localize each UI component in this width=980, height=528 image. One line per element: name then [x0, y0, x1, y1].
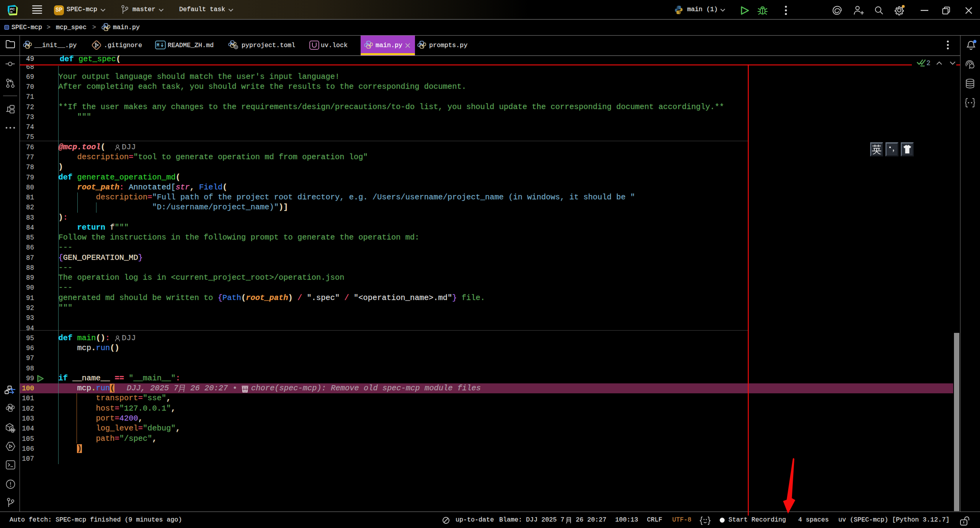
- svg-text:M: M: [157, 43, 159, 48]
- svg-text:PC: PC: [10, 7, 15, 11]
